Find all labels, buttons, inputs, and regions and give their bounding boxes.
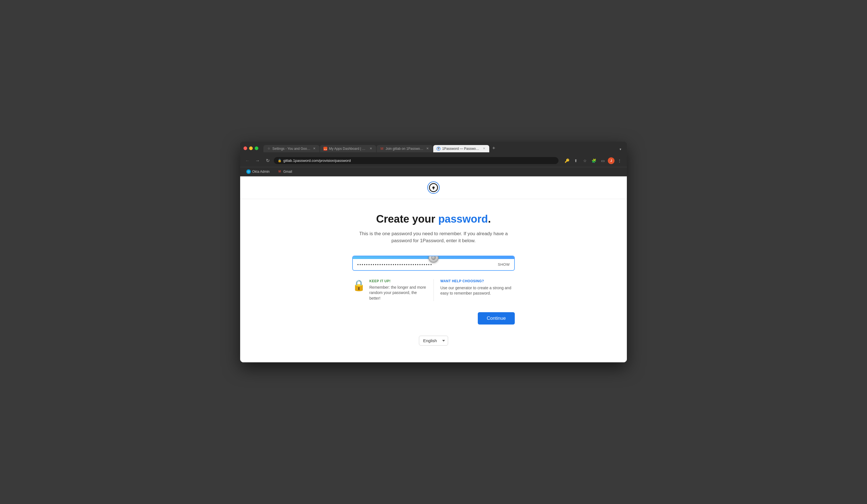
sidebar-icon[interactable]: ▭ bbox=[599, 157, 607, 165]
extensions-icon[interactable]: 🧩 bbox=[590, 157, 598, 165]
main-content: Create your password. This is the one pa… bbox=[240, 199, 627, 363]
onepassword-logo-dot bbox=[432, 186, 435, 189]
vertical-divider bbox=[434, 279, 434, 301]
address-bar-row: ← → ↻ 🔒 gitlab.1password.com/provision/p… bbox=[240, 155, 627, 167]
key-icon[interactable]: 🔑 bbox=[563, 157, 571, 165]
tab-gmail-label: Join gitlab on 1Password - jma... bbox=[386, 147, 424, 151]
continue-button[interactable]: Continue bbox=[478, 312, 515, 325]
tab-gmail[interactable]: M Join gitlab on 1Password - jma... ✕ bbox=[377, 145, 433, 152]
maximize-button[interactable] bbox=[255, 146, 258, 150]
share-icon[interactable]: ⬆ bbox=[572, 157, 580, 165]
page-title-period: . bbox=[488, 213, 491, 225]
language-selector-container: English Français Deutsch Español 日本語 bbox=[419, 336, 448, 346]
refresh-button[interactable]: ↻ bbox=[264, 157, 271, 165]
traffic-lights bbox=[244, 146, 258, 150]
page-content: Create your password. This is the one pa… bbox=[240, 176, 627, 363]
gmail-tab-icon: M bbox=[380, 147, 384, 151]
onepassword-logo-inner bbox=[429, 183, 438, 192]
tab-1password[interactable]: 1Password — Password Manag... ✕ bbox=[433, 145, 489, 152]
password-strength-bar bbox=[353, 256, 514, 259]
tab-gmail-close[interactable]: ✕ bbox=[425, 147, 429, 151]
gitlab-tab-icon: 🦊 bbox=[323, 147, 327, 151]
continue-button-row: Continue bbox=[352, 312, 515, 325]
keep-it-up-body: Remember: the longer and more random you… bbox=[369, 285, 427, 301]
bookmark-okta-admin[interactable]: O Okta Admin bbox=[245, 168, 271, 175]
address-text: gitlab.1password.com/provision/password bbox=[283, 158, 351, 163]
show-password-button[interactable]: SHOW bbox=[498, 262, 510, 266]
toolbar-icons: 🔑 ⬆ ☆ 🧩 ▭ J ⋮ bbox=[563, 157, 623, 165]
tab-1password-close[interactable]: ✕ bbox=[482, 147, 486, 151]
onepassword-header bbox=[240, 176, 627, 199]
page-subtitle: This is the one password you need to rem… bbox=[355, 230, 512, 244]
new-tab-button[interactable]: + bbox=[490, 144, 498, 152]
address-bar[interactable]: 🔒 gitlab.1password.com/provision/passwor… bbox=[274, 157, 558, 164]
page-title: Create your password. bbox=[376, 213, 491, 225]
bookmark-gmail[interactable]: M Gmail bbox=[276, 168, 294, 175]
password-dots[interactable]: •••••••••••••••••••••••••••••••••• bbox=[357, 262, 498, 267]
svg-rect-2 bbox=[438, 149, 439, 150]
close-button[interactable] bbox=[244, 146, 247, 150]
lock-emoji-icon: 🔒 bbox=[352, 279, 365, 292]
bookmarks-bar: O Okta Admin M Gmail bbox=[240, 167, 627, 176]
tab-settings[interactable]: ⚙ Settings - You and Google ✕ bbox=[264, 145, 320, 152]
browser-window: ⚙ Settings - You and Google ✕ 🦊 My Apps … bbox=[240, 142, 627, 363]
tab-gitlab[interactable]: 🦊 My Apps Dashboard | GitLab ✕ bbox=[320, 145, 376, 152]
want-help-section: WANT HELP CHOOSING? Use our generator to… bbox=[440, 279, 515, 301]
bookmark-star-icon[interactable]: ☆ bbox=[581, 157, 589, 165]
strength-knob-inner bbox=[431, 256, 436, 260]
keep-it-up-title: KEEP IT UP! bbox=[369, 279, 427, 283]
more-menu-icon[interactable]: ⋮ bbox=[616, 157, 623, 165]
lock-icon: 🔒 bbox=[278, 159, 282, 162]
onepassword-logo bbox=[427, 182, 440, 194]
tab-1password-label: 1Password — Password Manag... bbox=[442, 147, 480, 151]
page-title-highlight: password bbox=[438, 213, 488, 225]
tab-settings-close[interactable]: ✕ bbox=[312, 147, 316, 151]
bookmark-gmail-label: Gmail bbox=[283, 170, 292, 174]
1password-tab-icon bbox=[437, 147, 440, 151]
back-button[interactable]: ← bbox=[244, 157, 251, 165]
title-bar: ⚙ Settings - You and Google ✕ 🦊 My Apps … bbox=[240, 142, 627, 155]
info-section: 🔒 KEEP IT UP! Remember: the longer and m… bbox=[352, 279, 515, 301]
want-help-title[interactable]: WANT HELP CHOOSING? bbox=[440, 279, 515, 283]
page-title-part1: Create your bbox=[376, 213, 438, 225]
want-help-body: Use our generator to create a strong and… bbox=[440, 285, 515, 296]
profile-avatar[interactable]: J bbox=[608, 157, 614, 164]
tab-expand-button[interactable]: ▾ bbox=[617, 146, 623, 152]
forward-button[interactable]: → bbox=[254, 157, 261, 165]
settings-tab-icon: ⚙ bbox=[267, 147, 271, 151]
language-select[interactable]: English Français Deutsch Español 日本語 bbox=[419, 336, 448, 346]
keep-it-up-section: 🔒 KEEP IT UP! Remember: the longer and m… bbox=[352, 279, 427, 301]
tab-gitlab-close[interactable]: ✕ bbox=[369, 147, 373, 151]
tab-settings-label: Settings - You and Google bbox=[272, 147, 310, 151]
tab-gitlab-label: My Apps Dashboard | GitLab bbox=[329, 147, 367, 151]
password-field-container: •••••••••••••••••••••••••••••••••• SHOW bbox=[352, 256, 515, 271]
keep-it-up-text: KEEP IT UP! Remember: the longer and mor… bbox=[369, 279, 427, 301]
tabs-row: ⚙ Settings - You and Google ✕ 🦊 My Apps … bbox=[264, 144, 623, 152]
okta-favicon: O bbox=[246, 169, 251, 174]
gmail-favicon: M bbox=[277, 169, 282, 174]
bookmark-okta-label: Okta Admin bbox=[252, 170, 270, 174]
minimize-button[interactable] bbox=[249, 146, 253, 150]
